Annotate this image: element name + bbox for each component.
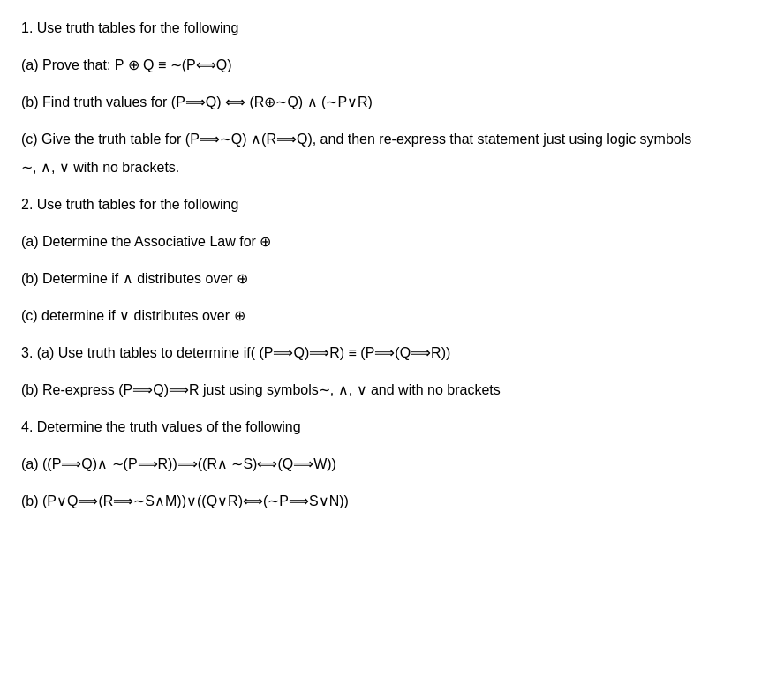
question-1b: (b) Find truth values for (P⟹Q) ⟺ (R⊕∼Q)…	[21, 92, 763, 113]
question-1c-line2: ∼, ∧, ∨ with no brackets.	[21, 157, 763, 178]
question-1c-line1: (c) Give the truth table for (P⟹∼Q) ∧(R⟹…	[21, 129, 763, 150]
question-2a: (a) Determine the Associative Law for ⊕	[21, 231, 763, 252]
question-2b: (b) Determine if ∧ distributes over ⊕	[21, 268, 763, 290]
question-3a: 3. (a) Use truth tables to determine if(…	[21, 342, 763, 364]
question-3b: (b) Re-express (P⟹Q)⟹R just using symbol…	[21, 380, 763, 401]
question-4-header: 4. Determine the truth values of the fol…	[21, 417, 763, 438]
question-1a: (a) Prove that: P ⊕ Q ≡ ∼(P⟺Q)	[21, 55, 763, 76]
question-4b: (b) (P∨Q⟹(R⟹∼S∧M))∨((Q∨R)⟺(∼P⟹S∨N))	[21, 491, 763, 512]
question-1-header: 1. Use truth tables for the following	[21, 18, 763, 39]
question-4a: (a) ((P⟹Q)∧ ∼(P⟹R))⟹((R∧ ∼S)⟺(Q⟹W))	[21, 454, 763, 475]
question-2c: (c) determine if ∨ distributes over ⊕	[21, 305, 763, 327]
question-2-header: 2. Use truth tables for the following	[21, 194, 763, 215]
